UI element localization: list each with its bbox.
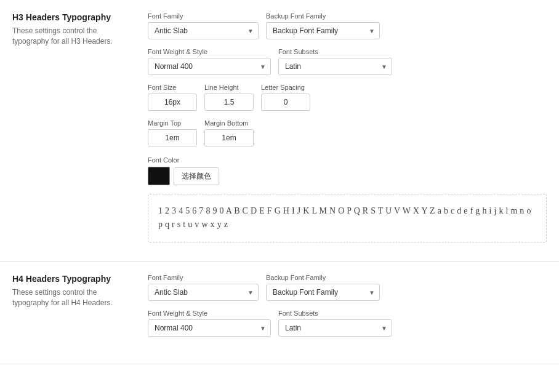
h4-section: H4 Headers Typography These settings con… (0, 262, 559, 364)
h3-letter-spacing-label: Letter Spacing (261, 84, 310, 91)
h3-font-family-select-wrapper: Antic Slab Arial Georgia Verdana ▼ (148, 22, 259, 39)
h4-section-title: H4 Headers Typography (12, 274, 135, 284)
h3-font-weight-select[interactable]: Normal 400 Bold 700 Light 300 (148, 58, 271, 75)
h4-font-family-select-wrapper: Antic Slab Arial Georgia Verdana ▼ (148, 284, 259, 301)
h3-line-height-input[interactable] (204, 94, 254, 111)
h3-font-subsets-group: Font Subsets Latin Latin Extended Cyrill… (278, 48, 392, 75)
h3-margin-top-label: Margin Top (148, 119, 197, 127)
h4-font-weight-group: Font Weight & Style Normal 400 Bold 700 … (148, 310, 271, 337)
h4-font-family-select[interactable]: Antic Slab Arial Georgia Verdana (148, 284, 259, 301)
h3-font-color-row: Font Color 选择颜色 (148, 155, 547, 185)
h4-font-weight-label: Font Weight & Style (148, 310, 271, 317)
h3-font-family-group: Font Family Antic Slab Arial Georgia Ver… (148, 12, 259, 39)
h4-section-right: Font Family Antic Slab Arial Georgia Ver… (148, 274, 547, 345)
h3-margin-bottom-group: Margin Bottom (204, 119, 254, 146)
h3-backup-font-select[interactable]: Backup Font Family Arial Georgia (266, 22, 380, 39)
h4-row-2: Font Weight & Style Normal 400 Bold 700 … (148, 310, 547, 337)
h4-font-subsets-group: Font Subsets Latin Latin Extended Cyrill… (278, 310, 392, 337)
h3-font-subsets-select[interactable]: Latin Latin Extended Cyrillic (278, 58, 392, 75)
h3-line-height-label: Line Height (204, 84, 254, 91)
h3-section-desc: These settings control the typography fo… (12, 26, 135, 47)
h3-font-size-input[interactable] (148, 94, 197, 111)
h3-row-3: Font Size Line Height Letter Spacing (148, 84, 547, 111)
h3-font-weight-group: Font Weight & Style Normal 400 Bold 700 … (148, 48, 271, 75)
h3-margin-bottom-label: Margin Bottom (204, 119, 254, 127)
h3-backup-font-label: Backup Font Family (266, 12, 380, 20)
h3-font-preview: 1 2 3 4 5 6 7 8 9 0 A B C D E F G H I J … (148, 194, 547, 242)
h3-color-swatch[interactable] (148, 167, 170, 185)
h3-backup-font-select-wrapper: Backup Font Family Arial Georgia ▼ (266, 22, 380, 39)
h4-section-desc: These settings control the typography fo… (12, 287, 135, 308)
h4-backup-font-group: Backup Font Family Backup Font Family Ar… (266, 274, 380, 301)
h3-row-2: Font Weight & Style Normal 400 Bold 700 … (148, 48, 547, 75)
h4-font-family-label: Font Family (148, 274, 259, 281)
h3-font-size-label: Font Size (148, 84, 197, 91)
h4-section-left: H4 Headers Typography These settings con… (12, 274, 135, 345)
h3-font-weight-label: Font Weight & Style (148, 48, 271, 55)
h3-row-4: Margin Top Margin Bottom (148, 119, 547, 146)
h3-color-picker-group: 选择颜色 (148, 167, 547, 185)
h3-row-1: Font Family Antic Slab Arial Georgia Ver… (148, 12, 547, 39)
h3-font-family-label: Font Family (148, 12, 259, 20)
h3-font-color-label: Font Color (148, 156, 179, 164)
h4-font-subsets-select-wrapper: Latin Latin Extended Cyrillic ▼ (278, 319, 392, 337)
h3-font-size-group: Font Size (148, 84, 197, 111)
h4-font-weight-select[interactable]: Normal 400 Bold 700 Light 300 (148, 319, 271, 337)
h3-backup-font-group: Backup Font Family Backup Font Family Ar… (266, 12, 380, 39)
h3-color-button[interactable]: 选择颜色 (174, 167, 219, 185)
h3-line-height-group: Line Height (204, 84, 254, 111)
h3-margin-bottom-input[interactable] (204, 129, 254, 146)
h4-font-subsets-select[interactable]: Latin Latin Extended Cyrillic (278, 319, 392, 337)
h4-backup-font-select[interactable]: Backup Font Family Arial Georgia (266, 284, 380, 301)
h4-backup-font-label: Backup Font Family (266, 274, 380, 281)
h3-section: H3 Headers Typography These settings con… (0, 0, 559, 262)
h3-section-left: H3 Headers Typography These settings con… (12, 12, 135, 242)
h3-margin-top-group: Margin Top (148, 119, 197, 146)
h3-font-subsets-label: Font Subsets (278, 48, 392, 55)
h3-letter-spacing-group: Letter Spacing (261, 84, 310, 111)
h3-font-subsets-select-wrapper: Latin Latin Extended Cyrillic ▼ (278, 58, 392, 75)
h4-backup-font-select-wrapper: Backup Font Family Arial Georgia ▼ (266, 284, 380, 301)
h3-margin-top-input[interactable] (148, 129, 197, 146)
h3-font-family-select[interactable]: Antic Slab Arial Georgia Verdana (148, 22, 259, 39)
h3-section-title: H3 Headers Typography (12, 12, 135, 22)
h4-font-weight-select-wrapper: Normal 400 Bold 700 Light 300 ▼ (148, 319, 271, 337)
h3-font-weight-select-wrapper: Normal 400 Bold 700 Light 300 ▼ (148, 58, 271, 75)
h3-letter-spacing-input[interactable] (261, 94, 310, 111)
h4-row-1: Font Family Antic Slab Arial Georgia Ver… (148, 274, 547, 301)
h4-font-subsets-label: Font Subsets (278, 310, 392, 317)
h4-font-family-group: Font Family Antic Slab Arial Georgia Ver… (148, 274, 259, 301)
h3-section-right: Font Family Antic Slab Arial Georgia Ver… (148, 12, 547, 242)
